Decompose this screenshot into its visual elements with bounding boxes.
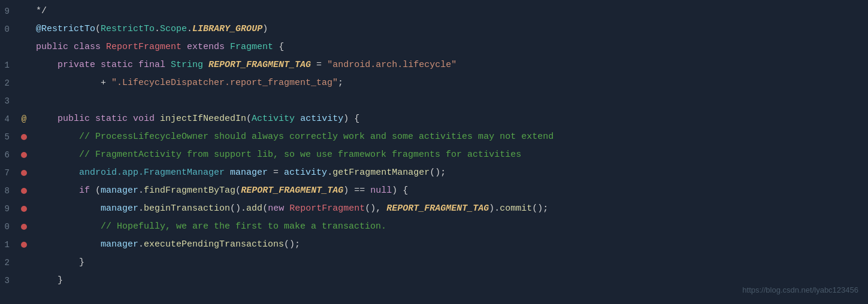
gutter-icon — [18, 152, 30, 158]
breakpoint-icon — [21, 152, 27, 158]
breakpoint-icon — [21, 188, 27, 194]
line-number: 3 — [0, 274, 18, 287]
code-text: if (manager.findFragmentByTag(REPORT_FRA… — [30, 184, 868, 198]
code-line: 7 android.app.FragmentManager manager = … — [0, 164, 868, 182]
code-line: 1 private static final String REPORT_FRA… — [0, 56, 868, 74]
line-number: 1 — [0, 238, 18, 251]
gutter-icon — [18, 188, 30, 194]
code-text: private static final String REPORT_FRAGM… — [30, 58, 868, 72]
breakpoint-icon — [21, 224, 27, 230]
code-text: @RestrictTo(RestrictTo.Scope.LIBRARY_GRO… — [30, 22, 868, 37]
code-text: // Hopefully, we are the first to make a… — [30, 220, 868, 234]
gutter-icon — [18, 224, 30, 230]
gutter-icon — [18, 242, 30, 248]
code-line: 2 + ".LifecycleDispatcher.report_fragmen… — [0, 74, 868, 92]
line-number: 9 — [0, 5, 18, 18]
gutter-icon — [18, 206, 30, 212]
code-line: 2 } — [0, 254, 868, 272]
code-line: 3 — [0, 92, 868, 110]
code-text: } — [30, 256, 868, 270]
code-line: 1 manager.executePendingTransactions(); — [0, 236, 868, 254]
line-number: 1 — [0, 59, 18, 72]
code-text: */ — [30, 4, 868, 19]
gutter-icon: @ — [18, 113, 30, 126]
line-number: 4 — [0, 113, 18, 126]
breakpoint-icon — [21, 242, 27, 248]
watermark: https://blog.csdn.net/lyabc123456 — [742, 284, 858, 297]
line-number: 7 — [0, 166, 18, 180]
code-text: public class ReportFragment extends Frag… — [30, 40, 868, 54]
code-line: 0@RestrictTo(RestrictTo.Scope.LIBRARY_GR… — [0, 20, 868, 38]
breakpoint-icon — [21, 206, 27, 212]
line-number: 3 — [0, 95, 18, 108]
line-number: 0 — [0, 23, 18, 36]
code-line: 3 } — [0, 272, 868, 290]
code-line: 9*/ — [0, 2, 868, 20]
code-text: android.app.FragmentManager manager = ac… — [30, 166, 868, 180]
code-line: 6 // FragmentActivity from support lib, … — [0, 146, 868, 164]
code-line: 0 // Hopefully, we are the first to make… — [0, 218, 868, 236]
gutter-icon — [18, 170, 30, 176]
code-container: 9*/0@RestrictTo(RestrictTo.Scope.LIBRARY… — [0, 0, 868, 304]
code-line: 5 // ProcessLifecycleOwner should always… — [0, 128, 868, 146]
breakpoint-icon — [21, 170, 27, 176]
code-line: 9 manager.beginTransaction().add(new Rep… — [0, 200, 868, 218]
line-number: 2 — [0, 256, 18, 269]
at-sign-icon: @ — [22, 113, 26, 126]
code-text: // FragmentActivity from support lib, so… — [30, 148, 868, 162]
line-number: 8 — [0, 184, 18, 197]
code-text: manager.beginTransaction().add(new Repor… — [30, 202, 868, 216]
code-text: + ".LifecycleDispatcher.report_fragment_… — [30, 76, 868, 90]
line-number: 9 — [0, 202, 18, 215]
code-text: public static void injectIfNeededIn(Acti… — [30, 112, 868, 126]
line-number: 2 — [0, 77, 18, 90]
line-number: 0 — [0, 220, 18, 233]
line-number: 5 — [0, 130, 18, 144]
code-text: manager.executePendingTransactions(); — [30, 238, 868, 252]
code-line: 8 if (manager.findFragmentByTag(REPORT_F… — [0, 182, 868, 200]
line-number: 6 — [0, 148, 18, 162]
code-line: 4@ public static void injectIfNeededIn(A… — [0, 110, 868, 128]
code-line: public class ReportFragment extends Frag… — [0, 38, 868, 56]
code-text: // ProcessLifecycleOwner should always c… — [30, 130, 868, 144]
gutter-icon — [18, 134, 30, 140]
breakpoint-icon — [21, 134, 27, 140]
